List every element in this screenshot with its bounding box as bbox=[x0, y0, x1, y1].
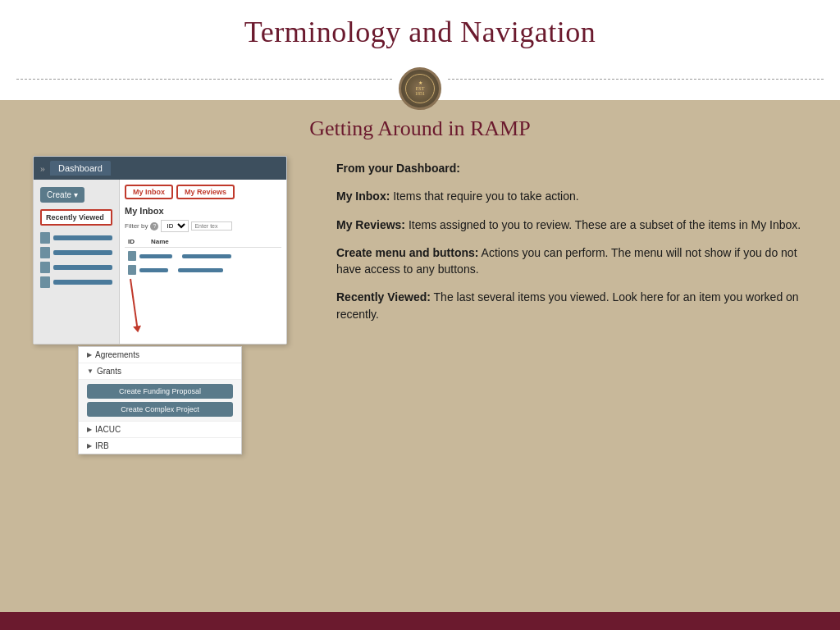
col-name: Name bbox=[151, 238, 169, 245]
dashboard-body: Create ▾ Recently Viewed bbox=[34, 180, 286, 344]
irb-label: IRB bbox=[95, 441, 109, 450]
university-seal: ★EST1851 bbox=[399, 67, 441, 110]
text-recently-viewed: Recently Viewed: The last several items … bbox=[336, 289, 807, 322]
create-menu-label: Create menu and buttons: bbox=[336, 246, 478, 259]
agreements-label: Agreements bbox=[95, 350, 139, 359]
file-icon-1 bbox=[40, 232, 50, 244]
item-bar-1 bbox=[53, 235, 112, 240]
dropdown-iacuc: ▶ IACUC bbox=[79, 421, 241, 437]
triangle-down-icon: ▼ bbox=[87, 368, 94, 375]
create-funding-btn[interactable]: Create Funding Proposal bbox=[87, 384, 233, 399]
help-icon: ? bbox=[150, 222, 158, 231]
dashboard-main: My Inbox My Reviews My Inbox Filter by ?… bbox=[120, 180, 286, 344]
sidebar-item-2 bbox=[40, 247, 112, 258]
table-header: ID Name bbox=[125, 236, 281, 248]
row-bar-2b bbox=[178, 268, 223, 272]
inbox-tabs-row: My Inbox My Reviews bbox=[125, 185, 281, 199]
my-reviews-label: My Reviews: bbox=[336, 218, 405, 231]
content-section: Getting Around in RAMP » Dashboard Creat… bbox=[0, 100, 840, 612]
sidebar-item-3 bbox=[40, 262, 112, 273]
dashboard-sidebar: Create ▾ Recently Viewed bbox=[34, 180, 120, 344]
right-column: From your Dashboard: My Inbox: Items tha… bbox=[336, 156, 807, 612]
dropdown-agreements: ▶ Agreements bbox=[79, 347, 241, 363]
create-complex-btn[interactable]: Create Complex Project bbox=[87, 402, 233, 417]
filter-label: Filter by bbox=[125, 222, 148, 230]
page-title: Terminology and Navigation bbox=[16, 15, 824, 49]
filter-select[interactable]: ID bbox=[161, 220, 189, 232]
sidebar-item-1 bbox=[40, 232, 112, 244]
file-icon-3 bbox=[40, 262, 50, 273]
sidebar-items bbox=[40, 232, 112, 288]
text-create-menu: Create menu and buttons: Actions you can… bbox=[336, 244, 807, 278]
row-icon-1 bbox=[128, 251, 136, 261]
page-container: Terminology and Navigation ★EST1851 Gett… bbox=[0, 0, 840, 630]
my-reviews-tab[interactable]: My Reviews bbox=[176, 185, 235, 199]
section-title: Getting Around in RAMP bbox=[33, 116, 807, 141]
seal-inner: ★EST1851 bbox=[405, 74, 435, 103]
col-id: ID bbox=[128, 238, 135, 245]
filter-row: Filter by ? ID bbox=[125, 220, 281, 232]
dashboard-tab: Dashboard bbox=[50, 161, 111, 176]
table-row-1 bbox=[125, 250, 281, 262]
my-inbox-label: My Inbox: bbox=[336, 189, 390, 203]
dropdown-irb: ▶ IRB bbox=[79, 437, 241, 454]
divider-right bbox=[448, 79, 824, 80]
row-bar-2a bbox=[139, 268, 168, 272]
chevron-icon: » bbox=[40, 162, 45, 175]
row-bar-1b bbox=[182, 254, 231, 258]
text-from-dashboard: From your Dashboard: bbox=[336, 160, 807, 176]
dashboard-topbar: » Dashboard bbox=[34, 157, 286, 180]
file-icon-4 bbox=[40, 276, 50, 288]
recently-viewed-label: Recently Viewed bbox=[40, 209, 112, 226]
text-my-reviews: My Reviews: Items assigned to you to rev… bbox=[336, 217, 807, 233]
create-button[interactable]: Create ▾ bbox=[40, 187, 84, 203]
header-section: Terminology and Navigation ★EST1851 bbox=[0, 0, 840, 100]
divider-row: ★EST1851 bbox=[16, 57, 824, 100]
table-row-2 bbox=[125, 264, 281, 276]
item-bar-3 bbox=[53, 265, 112, 270]
filter-input[interactable] bbox=[191, 221, 232, 231]
text-my-inbox: My Inbox: Items that require you to take… bbox=[336, 188, 807, 204]
iacuc-label: IACUC bbox=[95, 425, 121, 434]
file-icon-2 bbox=[40, 247, 50, 258]
recently-viewed-desc-label: Recently Viewed: bbox=[336, 290, 431, 304]
triangle-right-icon-3: ▶ bbox=[87, 442, 92, 450]
dropdown-mockup: ▶ Agreements ▼ Grants Create Funding Pro… bbox=[78, 346, 242, 454]
dropdown-buttons: Create Funding Proposal Create Complex P… bbox=[79, 380, 241, 421]
triangle-right-icon-2: ▶ bbox=[87, 426, 92, 433]
sidebar-item-4 bbox=[40, 276, 112, 288]
divider-left bbox=[16, 79, 392, 80]
dropdown-grants: ▼ Grants bbox=[79, 363, 241, 380]
row-icon-2 bbox=[128, 265, 136, 275]
dashboard-mockup: » Dashboard Create ▾ Recently Viewed bbox=[33, 156, 287, 345]
triangle-right-icon: ▶ bbox=[87, 351, 92, 358]
item-bar-4 bbox=[53, 280, 112, 285]
row-bar-1a bbox=[139, 254, 172, 258]
grants-label: Grants bbox=[97, 367, 121, 376]
bottom-bar bbox=[0, 612, 840, 630]
inbox-title: My Inbox bbox=[125, 206, 281, 216]
two-column-layout: » Dashboard Create ▾ Recently Viewed bbox=[33, 156, 807, 612]
from-dashboard-label: From your Dashboard: bbox=[336, 162, 460, 175]
left-column: » Dashboard Create ▾ Recently Viewed bbox=[33, 156, 312, 612]
seal-text: ★EST1851 bbox=[415, 80, 425, 97]
my-inbox-tab[interactable]: My Inbox bbox=[125, 185, 173, 199]
table-rows bbox=[125, 250, 281, 276]
item-bar-2 bbox=[53, 250, 112, 255]
